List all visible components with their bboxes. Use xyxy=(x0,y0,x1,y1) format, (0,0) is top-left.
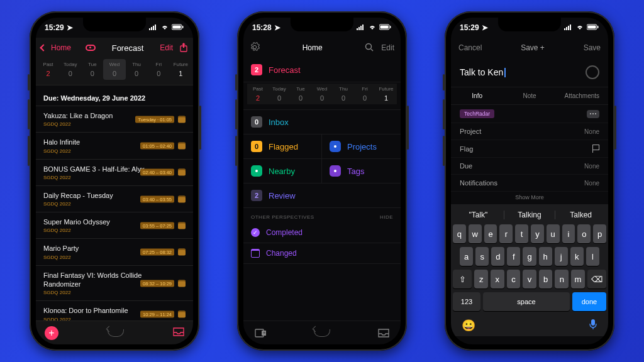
task-row[interactable]: Halo InfiniteSGDQ 202201:05 – 02:40 xyxy=(36,132,193,158)
share-icon[interactable] xyxy=(179,42,188,54)
inbox-row[interactable]: 0 Inbox xyxy=(243,110,401,134)
key[interactable]: p xyxy=(593,224,606,243)
day-col[interactable]: Past2 xyxy=(247,84,269,104)
task-row[interactable]: Mario PartySGDQ 202207:25 – 08:32 xyxy=(36,238,193,265)
task-title-row[interactable]: Talk to Ken xyxy=(451,58,608,87)
edit-button[interactable]: Edit xyxy=(381,43,394,52)
numbers-key[interactable]: 123 xyxy=(453,292,480,311)
day-col[interactable]: Today0 xyxy=(59,59,81,80)
edit-button[interactable]: Edit xyxy=(160,43,173,52)
key[interactable]: e xyxy=(484,224,497,243)
task-row[interactable]: Final Fantasy VI: Worlds Collide Randomi… xyxy=(36,265,193,301)
day-col[interactable]: Fri0 xyxy=(354,84,375,104)
task-row[interactable]: Daily Recap - TuesdaySGDQ 202203:40 – 03… xyxy=(36,185,193,212)
key[interactable]: q xyxy=(453,224,466,243)
key[interactable]: n xyxy=(555,270,569,288)
new-perspective-icon[interactable]: + xyxy=(255,329,266,337)
day-col[interactable]: Wed0 xyxy=(311,84,333,104)
detail-row[interactable]: DueNone xyxy=(451,158,608,175)
tag-chip[interactable]: TechRadar xyxy=(460,109,494,118)
key[interactable]: s xyxy=(475,247,489,266)
suggestion[interactable]: Talking xyxy=(504,211,556,219)
key[interactable]: x xyxy=(491,270,504,288)
day-col[interactable]: Tue0 xyxy=(290,84,311,104)
inbox-icon[interactable] xyxy=(173,327,184,339)
key[interactable]: l xyxy=(586,247,599,266)
space-key[interactable]: space xyxy=(483,292,570,311)
key[interactable]: c xyxy=(507,270,521,288)
detail-row[interactable]: Flag xyxy=(451,140,608,158)
emoji-icon[interactable]: 😀 xyxy=(462,319,475,332)
day-col[interactable]: Past2 xyxy=(37,59,59,80)
key[interactable]: k xyxy=(570,247,584,266)
suggestion[interactable]: Talked xyxy=(555,211,606,219)
task-row[interactable]: BONUS GAME 3 - Half-Life: AlyxSGDQ 20220… xyxy=(36,159,193,185)
grid-item[interactable]: Tags xyxy=(322,159,401,184)
more-icon[interactable] xyxy=(587,110,599,118)
shift-key[interactable]: ⇧ xyxy=(453,270,472,288)
cancel-button[interactable]: Cancel xyxy=(458,43,482,52)
add-button[interactable]: + xyxy=(45,326,58,340)
key[interactable]: d xyxy=(491,247,504,266)
day-col[interactable]: Today0 xyxy=(269,84,290,104)
key[interactable]: i xyxy=(562,224,575,243)
undo-icon[interactable] xyxy=(108,329,124,337)
key[interactable]: t xyxy=(515,224,528,243)
hide-button[interactable]: HIDE xyxy=(380,214,393,220)
tab-note[interactable]: Note xyxy=(503,87,555,104)
settings-icon[interactable] xyxy=(250,42,260,54)
grid-item[interactable]: Nearby xyxy=(243,159,322,184)
detail-row[interactable]: NotificationsNone xyxy=(451,175,608,192)
completed-row[interactable]: ✓ Completed xyxy=(243,222,401,243)
key[interactable]: a xyxy=(460,247,473,266)
task-title-input[interactable]: Talk to Ken xyxy=(460,67,503,77)
review-row[interactable]: 2 Review xyxy=(243,184,401,208)
backspace-key[interactable]: ⌫ xyxy=(587,270,606,288)
day-col[interactable]: Fri0 xyxy=(148,59,170,80)
day-col[interactable]: Future1 xyxy=(170,59,192,80)
key[interactable]: j xyxy=(555,247,568,266)
tags-row[interactable]: TechRadar xyxy=(451,105,608,123)
week-selector[interactable]: Past2Today0Tue0Wed0Thu0Fri0Future1 xyxy=(36,58,193,85)
key[interactable]: m xyxy=(571,270,585,288)
task-row[interactable]: Super Mario OdysseySGDQ 202203:55 – 07:2… xyxy=(36,212,193,238)
grid-item[interactable]: Projects xyxy=(322,134,401,159)
key[interactable]: v xyxy=(523,270,536,288)
complete-checkbox[interactable] xyxy=(586,65,599,79)
key[interactable]: f xyxy=(507,247,520,266)
task-list[interactable]: Yakuza: Like a DragonSGDQ 2022Tuesday · … xyxy=(36,106,193,321)
undo-icon[interactable] xyxy=(314,329,330,337)
day-col[interactable]: Wed0 xyxy=(103,59,125,80)
save-plus-button[interactable]: Save + xyxy=(521,43,545,52)
done-key[interactable]: done xyxy=(572,292,606,311)
mic-icon[interactable] xyxy=(589,319,597,332)
key[interactable]: z xyxy=(474,270,488,288)
forecast-row[interactable]: 2 Forecast xyxy=(243,58,401,82)
show-more-button[interactable]: Show More xyxy=(451,192,608,204)
day-col[interactable]: Thu0 xyxy=(126,59,148,80)
save-button[interactable]: Save xyxy=(584,43,601,52)
day-col[interactable]: Thu0 xyxy=(333,84,354,104)
key[interactable]: o xyxy=(577,224,591,243)
week-selector[interactable]: Past2Today0Tue0Wed0Thu0Fri0Future1 xyxy=(247,84,397,104)
task-row[interactable]: Klonoa: Door to PhantomileSGDQ 202210:29… xyxy=(36,300,193,321)
suggestion[interactable]: Talk xyxy=(453,211,504,219)
tab-attachments[interactable]: Attachments xyxy=(556,87,608,104)
eye-icon[interactable] xyxy=(86,45,96,51)
task-row[interactable]: Yakuza: Like a DragonSGDQ 2022Tuesday · … xyxy=(36,106,193,132)
changed-row[interactable]: Changed xyxy=(243,243,401,264)
day-col[interactable]: Future1 xyxy=(375,84,397,104)
key[interactable]: h xyxy=(539,247,552,266)
key[interactable]: y xyxy=(531,224,544,243)
grid-item[interactable]: 0Flagged xyxy=(243,134,322,159)
detail-row[interactable]: ProjectNone xyxy=(451,123,608,140)
tab-info[interactable]: Info xyxy=(451,87,503,104)
key[interactable]: w xyxy=(469,224,482,243)
key[interactable]: r xyxy=(499,224,513,243)
key[interactable]: b xyxy=(539,270,553,288)
back-button[interactable]: Home xyxy=(41,43,96,52)
search-icon[interactable] xyxy=(365,43,374,53)
day-col[interactable]: Tue0 xyxy=(81,59,103,80)
inbox-icon[interactable] xyxy=(378,329,389,337)
key[interactable]: u xyxy=(547,224,560,243)
